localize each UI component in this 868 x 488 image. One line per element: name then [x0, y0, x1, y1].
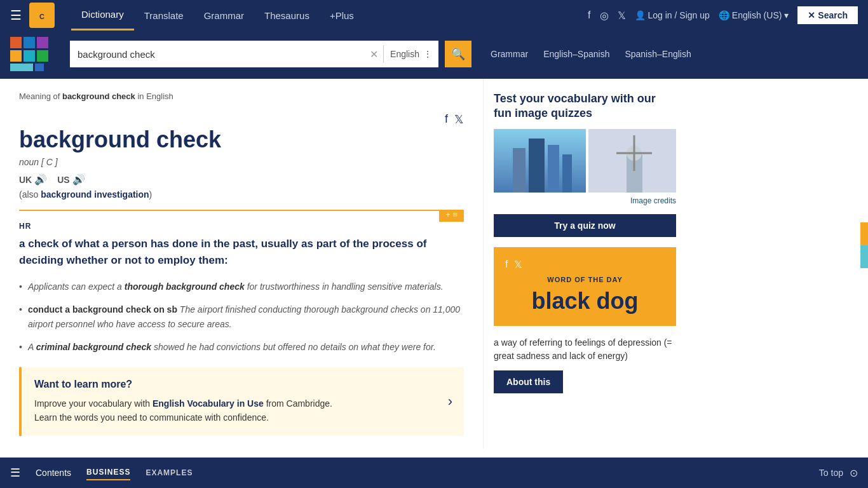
nav-link-thesaurus[interactable]: Thesaurus	[254, 0, 320, 30]
pronunciation-row: UK 🔊 US 🔊	[19, 173, 464, 186]
add-to-list-button[interactable]: + ≡	[439, 210, 464, 222]
top-navigation: ☰ C Dictionary Translate Grammar Thesaur…	[0, 0, 868, 30]
language-filter[interactable]: English ⋮	[384, 49, 438, 59]
svg-text:C: C	[39, 13, 44, 20]
login-button[interactable]: 👤 Log in / Sign up	[635, 10, 710, 20]
nav-links: Dictionary Translate Grammar Thesaurus +…	[71, 0, 588, 30]
language-selector[interactable]: 🌐 English (US) ▾	[719, 10, 789, 20]
pronunciation-us: US 🔊	[57, 173, 85, 186]
sub-nav-english-spanish[interactable]: English–Spanish	[543, 46, 609, 62]
main-layout: Meaning of background check in English f…	[0, 79, 868, 449]
quiz-image-2	[588, 129, 676, 193]
example-1-suffix: for trustworthiness in handling sensitiv…	[245, 281, 444, 292]
search-input[interactable]	[70, 41, 365, 67]
nav-link-plus[interactable]: +Plus	[320, 0, 364, 30]
decorative-squares	[10, 37, 61, 71]
wotd-social-icons: f 𝕏	[505, 259, 665, 271]
svg-rect-3	[513, 148, 526, 193]
facebook-icon[interactable]: f	[588, 10, 590, 21]
example-2-phrase: conduct a background check on sb	[28, 304, 177, 315]
part-of-speech: noun [ C ]	[19, 157, 464, 167]
wotd-facebook-icon[interactable]: f	[505, 259, 508, 271]
nav-link-dictionary[interactable]: Dictionary	[71, 0, 134, 30]
image-credits-link[interactable]: Image credits	[494, 196, 676, 205]
share-twitter-icon[interactable]: 𝕏	[454, 112, 464, 126]
pronunciation-uk: UK 🔊	[19, 173, 47, 186]
share-facebook-icon[interactable]: f	[445, 112, 448, 126]
example-3-phrase: criminal background check	[36, 342, 151, 352]
word-of-the-day-box: f 𝕏 WORD OF THE DAY black dog	[494, 247, 676, 326]
also-link[interactable]: background investigation	[41, 189, 149, 200]
content-area: Meaning of background check in English f…	[0, 79, 483, 449]
logo-area[interactable]: C	[29, 3, 58, 28]
nav-right: f ◎ 𝕏 👤 Log in / Sign up 🌐 English (US) …	[588, 6, 858, 24]
gold-divider	[19, 210, 439, 211]
examples-list: Applicants can expect a thorough backgro…	[19, 280, 464, 355]
share-icons: f 𝕏	[445, 112, 464, 126]
divider-area: + ≡	[19, 210, 464, 222]
svg-rect-5	[548, 145, 559, 193]
clear-search-icon[interactable]: ✕	[365, 48, 383, 60]
quiz-image-1	[494, 129, 586, 193]
sidebar: Test your vocabulary with our fun image …	[483, 79, 686, 449]
word-of-the-day-label: WORD OF THE DAY	[505, 276, 665, 283]
accent-orange	[860, 222, 868, 245]
word-of-the-day-word: black dog	[505, 287, 665, 315]
options-icon: ⋮	[423, 49, 432, 59]
sub-nav-grammar[interactable]: Grammar	[491, 46, 528, 62]
search-input-wrapper: ✕ English ⋮	[70, 41, 438, 67]
subject-label: HR	[19, 222, 464, 231]
nav-link-translate[interactable]: Translate	[134, 0, 194, 30]
accent-cyan	[860, 245, 868, 268]
accent-bar	[860, 222, 868, 268]
audio-us-icon[interactable]: 🔊	[72, 173, 85, 186]
sub-navigation: Grammar English–Spanish Spanish–English	[491, 46, 691, 62]
example-3: A criminal background check showed he ha…	[19, 340, 464, 354]
word-of-the-day-definition: a way of referring to feelings of depres…	[494, 336, 676, 363]
try-quiz-button[interactable]: Try a quiz now	[494, 214, 676, 237]
chevron-down-icon: ▾	[784, 10, 789, 20]
example-1-prefix: Applicants can expect a	[28, 281, 125, 292]
breadcrumb: Meaning of background check in English	[19, 92, 464, 101]
word-title: background check	[19, 126, 464, 153]
twitter-icon[interactable]: 𝕏	[618, 10, 626, 22]
svg-rect-6	[562, 154, 572, 193]
also-text: (also background investigation)	[19, 189, 464, 200]
hamburger-menu-icon[interactable]: ☰	[10, 8, 22, 23]
instagram-icon[interactable]: ◎	[600, 10, 609, 22]
example-1-phrase: thorough background check	[125, 281, 245, 292]
language-label: English	[390, 49, 419, 59]
quiz-title: Test your vocabulary with our fun image …	[494, 92, 676, 121]
example-2: conduct a background check on sb The air…	[19, 302, 464, 331]
search-top-button[interactable]: ✕ Search	[797, 6, 858, 24]
wotd-twitter-icon[interactable]: 𝕏	[514, 259, 522, 271]
globe-icon: 🌐	[719, 10, 729, 20]
search-bar-area: ✕ English ⋮ 🔍 Grammar English–Spanish Sp…	[0, 30, 868, 79]
example-3-prefix: A	[28, 342, 36, 352]
learn-more-box: Want to learn more? Improve your vocabul…	[19, 367, 464, 437]
definition-text: a check of what a person has done in the…	[19, 236, 464, 268]
example-1: Applicants can expect a thorough backgro…	[19, 280, 464, 294]
sub-nav-spanish-english[interactable]: Spanish–English	[625, 46, 691, 62]
search-icon: 🔍	[451, 47, 465, 61]
quiz-images	[494, 129, 676, 193]
search-go-button[interactable]: 🔍	[445, 41, 471, 67]
about-this-button[interactable]: About this	[494, 370, 563, 393]
nav-link-grammar[interactable]: Grammar	[194, 0, 254, 30]
city-image	[494, 129, 586, 193]
windmill-image	[588, 129, 676, 193]
learn-more-arrow-button[interactable]: ›	[448, 393, 452, 410]
svg-rect-4	[529, 139, 545, 193]
learn-more-text: Improve your vocabulary with English Voc…	[34, 396, 451, 425]
cambridge-logo-icon: C	[29, 3, 55, 28]
user-icon: 👤	[635, 10, 646, 20]
audio-uk-icon[interactable]: 🔊	[34, 173, 47, 186]
example-3-suffix: showed he had convictions but offered no…	[151, 342, 436, 352]
learn-more-title: Want to learn more?	[34, 379, 451, 390]
